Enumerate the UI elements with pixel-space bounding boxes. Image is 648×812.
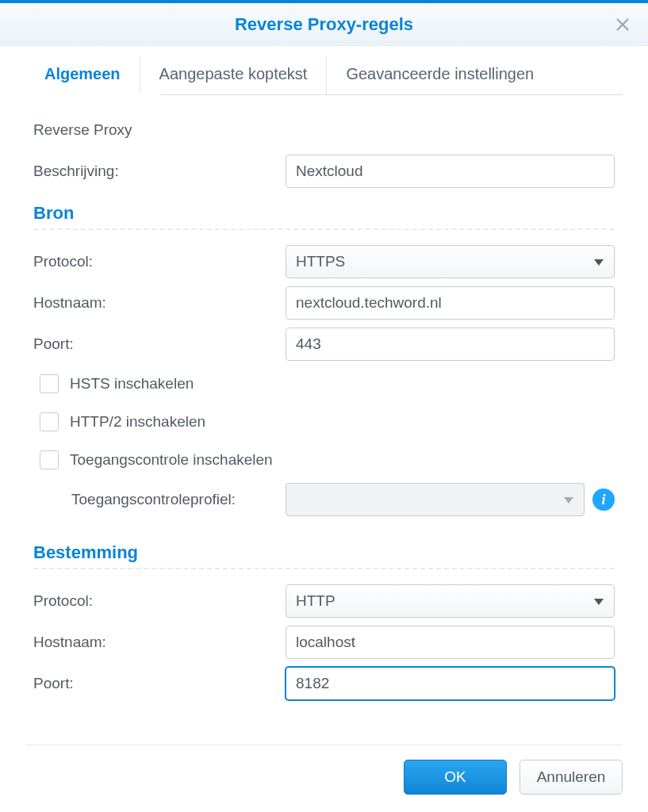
titlebar: Reverse Proxy-regels bbox=[0, 3, 648, 46]
tabbar: Algemeen Aangepaste koptekst Geavanceerd… bbox=[25, 56, 623, 95]
dest-protocol-select[interactable]: HTTP bbox=[286, 584, 615, 618]
source-hostname-input[interactable] bbox=[286, 286, 615, 320]
hsts-row: HSTS inschakelen bbox=[33, 365, 615, 403]
description-row: Beschrijving: bbox=[33, 151, 615, 192]
chevron-down-icon bbox=[593, 592, 604, 610]
tab-general[interactable]: Algemeen bbox=[25, 56, 140, 94]
hsts-label: HSTS inschakelen bbox=[70, 375, 194, 393]
dest-port-label: Poort: bbox=[33, 675, 286, 692]
source-port-input[interactable] bbox=[286, 327, 615, 361]
dest-protocol-row: Protocol: HTTP bbox=[33, 580, 615, 622]
cancel-button[interactable]: Annuleren bbox=[520, 760, 623, 795]
reverse-proxy-heading: Reverse Proxy bbox=[33, 121, 132, 139]
chevron-down-icon bbox=[593, 253, 604, 270]
tab-advanced-settings[interactable]: Geavanceerde instellingen bbox=[326, 56, 553, 94]
section-destination-title: Bestemming bbox=[33, 542, 615, 563]
close-button[interactable] bbox=[613, 15, 632, 34]
access-control-row: Toegangscontrole inschakelen bbox=[33, 441, 615, 479]
dest-protocol-value: HTTP bbox=[296, 592, 336, 610]
dest-protocol-label: Protocol: bbox=[33, 592, 286, 610]
source-port-row: Poort: bbox=[33, 324, 615, 365]
dialog-window: Reverse Proxy-regels Algemeen Aangepaste… bbox=[0, 0, 648, 812]
tab-custom-header[interactable]: Aangepaste koptekst bbox=[140, 56, 327, 94]
ok-button[interactable]: OK bbox=[404, 760, 507, 795]
dest-hostname-input[interactable] bbox=[286, 626, 615, 659]
svg-marker-4 bbox=[594, 599, 604, 605]
access-control-checkbox[interactable] bbox=[40, 450, 59, 469]
section-source-title: Bron bbox=[33, 203, 615, 224]
dest-port-row: Poort: bbox=[33, 663, 615, 704]
source-protocol-select[interactable]: HTTPS bbox=[286, 245, 615, 278]
description-input[interactable] bbox=[286, 155, 615, 188]
dest-hostname-label: Hostnaam: bbox=[33, 634, 286, 651]
http2-checkbox[interactable] bbox=[40, 412, 59, 431]
svg-marker-3 bbox=[564, 497, 573, 504]
source-protocol-label: Protocol: bbox=[33, 253, 286, 270]
http2-label: HTTP/2 inschakelen bbox=[70, 413, 205, 431]
source-port-label: Poort: bbox=[33, 335, 286, 353]
source-protocol-value: HTTPS bbox=[296, 253, 345, 270]
access-profile-label: Toegangscontroleprofiel: bbox=[71, 491, 286, 508]
window-title: Reverse Proxy-regels bbox=[235, 14, 413, 35]
info-icon[interactable]: i bbox=[592, 488, 615, 511]
source-protocol-row: Protocol: HTTPS bbox=[33, 241, 615, 282]
chevron-down-icon bbox=[563, 491, 574, 508]
access-profile-row: Toegangscontroleprofiel: i bbox=[33, 479, 615, 520]
description-label: Beschrijving: bbox=[33, 163, 286, 180]
divider bbox=[33, 568, 615, 569]
content-area: Reverse Proxy Beschrijving: Bron Protoco… bbox=[0, 95, 648, 745]
access-control-label: Toegangscontrole inschakelen bbox=[70, 451, 273, 469]
close-icon bbox=[615, 17, 630, 32]
divider bbox=[33, 228, 615, 230]
svg-marker-2 bbox=[594, 259, 604, 266]
http2-row: HTTP/2 inschakelen bbox=[33, 403, 615, 441]
footer: OK Annuleren bbox=[25, 745, 623, 812]
reverse-proxy-heading-row: Reverse Proxy bbox=[33, 109, 615, 151]
access-profile-select bbox=[286, 483, 585, 516]
source-hostname-row: Hostnaam: bbox=[33, 282, 615, 324]
hsts-checkbox[interactable] bbox=[40, 374, 59, 393]
dest-port-input[interactable] bbox=[286, 667, 615, 700]
source-hostname-label: Hostnaam: bbox=[33, 294, 286, 312]
dest-hostname-row: Hostnaam: bbox=[33, 622, 615, 663]
